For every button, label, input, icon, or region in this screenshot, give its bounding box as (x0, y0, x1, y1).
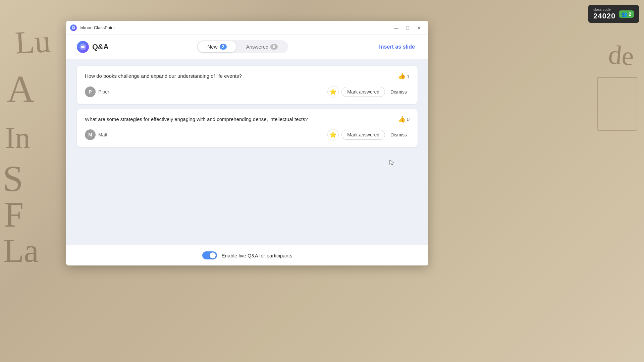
dismiss-button-2[interactable]: Dismiss (388, 130, 410, 139)
thumbs-up-icon-2: 👍 (398, 116, 406, 123)
question-1-likes: 👍 1 (398, 72, 410, 80)
question-1-like-count: 1 (407, 73, 410, 79)
thumbs-up-icon-1: 👍 (398, 72, 406, 80)
tab-answered-label: Answered (246, 44, 269, 50)
question-1-author: P Piper (85, 86, 109, 97)
author-name-matt: Matt (98, 132, 107, 137)
class-code-info: class code 24020 (593, 7, 615, 20)
tab-answered-badge: 0 (270, 44, 277, 50)
qa-toggle[interactable] (202, 251, 217, 259)
tab-new[interactable]: New 2 (198, 41, 236, 52)
window-title: Inknoe ClassPoint (79, 25, 115, 30)
question-2-top: What are some strategies for effectively… (85, 116, 410, 123)
dismiss-button-1[interactable]: Dismiss (388, 87, 410, 97)
participants-icon: 👥 (622, 11, 627, 17)
participants-badge: 👥 2 (619, 10, 634, 18)
title-bar-controls: — □ ✕ (391, 23, 424, 33)
header: Q&A New 2 Answered 0 Insert as slide (66, 35, 428, 59)
avatar-matt: M (85, 129, 96, 140)
tab-new-label: New (207, 44, 217, 50)
main-window: Inknoe ClassPoint — □ ✕ Q&A New 2 An (66, 21, 428, 265)
qa-toggle-label: Enable live Q&A for participants (222, 253, 292, 258)
mark-answered-button-2[interactable]: Mark answered (341, 130, 385, 140)
app-icon (70, 24, 77, 31)
toggle-slider (202, 251, 217, 259)
title-bar-left: Inknoe ClassPoint (70, 24, 115, 31)
question-card-2: What are some strategies for effectively… (77, 109, 418, 147)
question-card-1: How do books challenge and expand our un… (77, 66, 418, 104)
question-2-like-count: 0 (407, 116, 410, 122)
star-button-1[interactable]: ⭐ (327, 86, 339, 98)
question-2-bottom: M Matt ⭐ Mark answered Dismiss (85, 129, 410, 140)
minimize-button[interactable]: — (391, 23, 401, 33)
tab-answered[interactable]: Answered 0 (237, 41, 287, 52)
participants-count: 2 (629, 11, 631, 17)
tab-new-badge: 2 (220, 44, 227, 50)
class-code-badge: class code 24020 👥 2 (588, 5, 639, 23)
question-2-likes: 👍 0 (398, 116, 410, 123)
question-1-text: How do books challenge and expand our un… (85, 72, 394, 80)
question-2-actions: ⭐ Mark answered Dismiss (327, 129, 410, 140)
questions-content: How do books challenge and expand our un… (66, 59, 428, 245)
qa-logo: Q&A (77, 41, 109, 53)
question-1-top: How do books challenge and expand our un… (85, 72, 410, 80)
question-1-actions: ⭐ Mark answered Dismiss (327, 86, 410, 98)
avatar-piper: P (85, 86, 96, 97)
bg-deco-box (597, 77, 637, 131)
close-button[interactable]: ✕ (414, 23, 424, 33)
classpoint-logo-icon (77, 41, 89, 53)
tab-switcher: New 2 Answered 0 (197, 40, 288, 53)
question-2-author: M Matt (85, 129, 107, 140)
qa-title: Q&A (92, 43, 109, 51)
star-button-2[interactable]: ⭐ (327, 129, 339, 140)
question-2-text: What are some strategies for effectively… (85, 116, 394, 123)
question-1-bottom: P Piper ⭐ Mark answered Dismiss (85, 86, 410, 98)
class-code-label: class code (593, 7, 615, 12)
class-code-number: 24020 (593, 12, 615, 20)
footer: Enable live Q&A for participants (66, 245, 428, 265)
maximize-button[interactable]: □ (402, 23, 413, 33)
insert-as-slide-button[interactable]: Insert as slide (376, 43, 418, 51)
title-bar: Inknoe ClassPoint — □ ✕ (66, 21, 428, 35)
author-name-piper: Piper (98, 89, 109, 95)
mark-answered-button-1[interactable]: Mark answered (341, 87, 385, 97)
